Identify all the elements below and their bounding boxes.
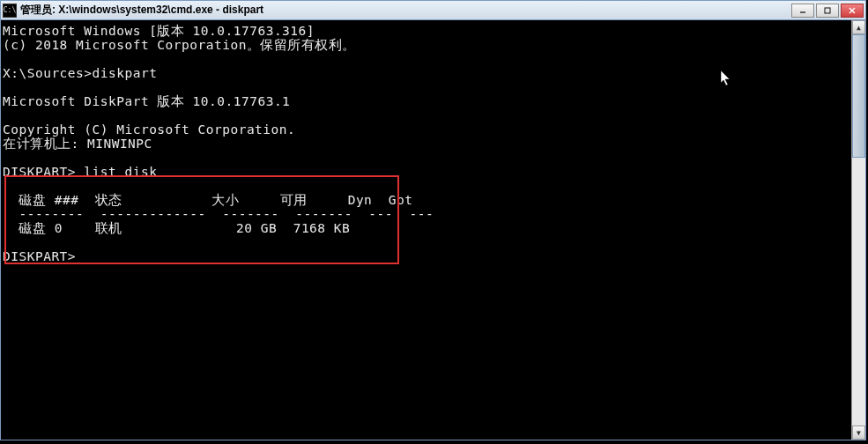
terminal-content[interactable]: Microsoft Windows [版本 10.0.17763.316] (c… <box>1 20 851 440</box>
table-row: 磁盘 0 联机 20 GB 7168 KB <box>3 221 350 235</box>
close-icon <box>848 6 857 15</box>
output-line: Microsoft DiskPart 版本 10.0.17763.1 <box>3 94 290 108</box>
minimize-icon <box>798 6 807 15</box>
vertical-scrollbar[interactable]: ▲ ▼ <box>851 20 865 440</box>
minimize-button[interactable] <box>791 4 814 18</box>
table-divider: -------- ------------- ------- ------- -… <box>3 207 434 221</box>
titlebar[interactable]: C:\ 管理员: X:\windows\system32\cmd.exe - d… <box>1 1 865 20</box>
svg-rect-1 <box>825 8 830 13</box>
output-line: Microsoft Windows [版本 10.0.17763.316] <box>3 24 315 38</box>
scrollbar-thumb[interactable] <box>852 34 865 158</box>
window-title: 管理员: X:\windows\system32\cmd.exe - diskp… <box>20 3 791 18</box>
window-controls <box>791 4 864 18</box>
terminal-area: Microsoft Windows [版本 10.0.17763.316] (c… <box>1 20 865 440</box>
prompt-line: DISKPART> <box>3 249 76 263</box>
output-line: (c) 2018 Microsoft Corporation。保留所有权利。 <box>3 38 356 52</box>
app-icon: C:\ <box>3 4 17 18</box>
output-line: 在计算机上: MINWINPC <box>3 137 152 151</box>
table-header: 磁盘 ### 状态 大小 可用 Dyn Gpt <box>3 193 413 207</box>
close-button[interactable] <box>841 4 864 18</box>
output-line: Copyright (C) Microsoft Corporation. <box>3 122 295 137</box>
prompt-line: DISKPART> list disk <box>3 165 157 179</box>
command-prompt-window: C:\ 管理员: X:\windows\system32\cmd.exe - d… <box>0 0 866 440</box>
scroll-up-button[interactable]: ▲ <box>852 20 865 34</box>
maximize-button[interactable] <box>816 4 839 18</box>
scrollbar-track[interactable] <box>852 34 865 426</box>
maximize-icon <box>823 6 832 15</box>
scroll-down-button[interactable]: ▼ <box>852 426 865 440</box>
prompt-line: X:\Sources>diskpart <box>3 66 157 80</box>
